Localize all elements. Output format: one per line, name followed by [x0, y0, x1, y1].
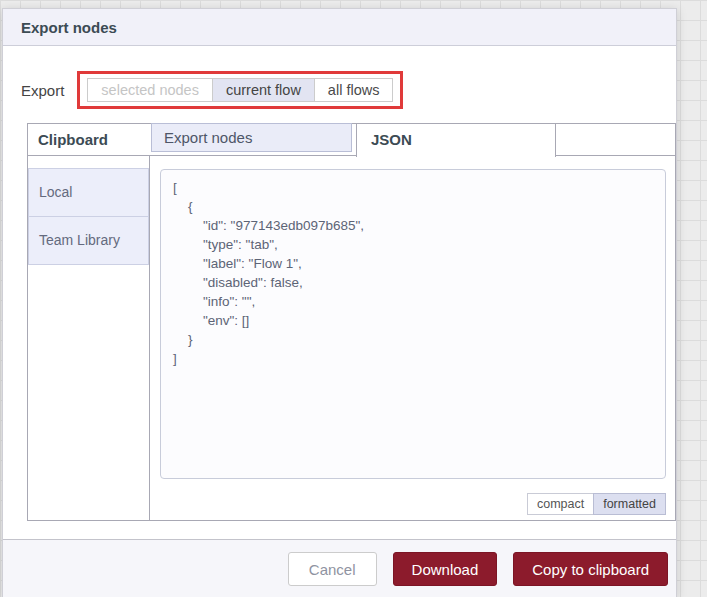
current-flow-button[interactable]: current flow: [212, 78, 315, 102]
copy-to-clipboard-button[interactable]: Copy to clipboard: [513, 552, 668, 586]
dialog-title: Export nodes: [21, 19, 117, 36]
cancel-button[interactable]: Cancel: [288, 552, 377, 586]
download-button[interactable]: Download: [393, 552, 498, 586]
export-scope-button-group: selected nodes current flow all flows: [87, 78, 393, 102]
tab-clipboard[interactable]: Clipboard: [28, 124, 151, 155]
json-export-textarea[interactable]: [ { "id": "977143edb097b685", "type": "t…: [160, 169, 666, 479]
dialog-footer: Cancel Download Copy to clipboard: [3, 539, 676, 597]
json-panel: [ { "id": "977143edb097b685", "type": "t…: [150, 156, 675, 520]
annotation-highlight: selected nodes current flow all flows: [77, 71, 403, 109]
dialog-header: Export nodes: [3, 9, 676, 46]
formatted-button[interactable]: formatted: [593, 493, 666, 515]
tab-json[interactable]: JSON: [356, 123, 556, 157]
tab-row: Clipboard Export nodes JSON: [28, 124, 675, 156]
sidebar-item-local[interactable]: Local: [28, 168, 149, 217]
export-label: Export: [21, 82, 64, 99]
sidebar-item-team-library[interactable]: Team Library: [28, 216, 149, 265]
export-dialog: Export nodes Export selected nodes curre…: [2, 8, 677, 597]
tab-export-nodes[interactable]: Export nodes: [151, 123, 352, 152]
selected-nodes-button[interactable]: selected nodes: [87, 78, 213, 102]
compact-button[interactable]: compact: [527, 493, 594, 515]
library-sidebar: Local Team Library: [28, 156, 150, 520]
node-red-workspace: { "dialog": { "title": "Export nodes", "…: [0, 0, 707, 597]
format-toggle-group: compact formatted: [528, 493, 666, 515]
all-flows-button[interactable]: all flows: [314, 78, 394, 102]
export-scope-row: Export selected nodes current flow all f…: [21, 71, 403, 109]
tab-body: Local Team Library [ { "id": "977143edb0…: [28, 156, 675, 520]
export-tab-container: Clipboard Export nodes JSON Local Team L…: [27, 123, 676, 521]
